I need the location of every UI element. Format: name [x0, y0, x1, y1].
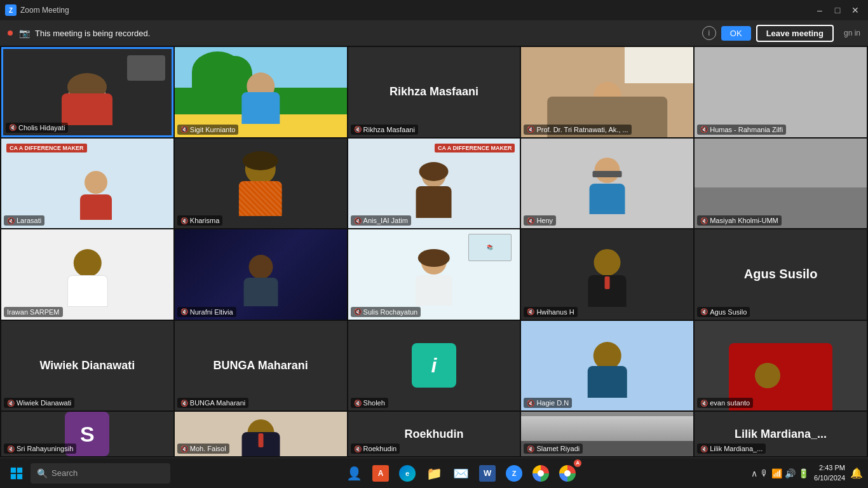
- tile-name-8: 🔇 Anis_IAI Jatim: [351, 215, 411, 226]
- video-tile-21[interactable]: S 🔇 Sri Rahayuningsih: [1, 412, 173, 456]
- maximize-button[interactable]: □: [830, 3, 845, 18]
- signin-text: gn in: [844, 29, 860, 37]
- taskbar-app-explorer[interactable]: 📁: [421, 461, 447, 486]
- video-tile-23[interactable]: Roekhudin 🔇 Roekhudin: [348, 412, 520, 456]
- tile-name-1: 🔇 Cholis Hidayati: [6, 123, 68, 133]
- start-button[interactable]: [5, 462, 28, 485]
- video-tile-10[interactable]: 🔇 Masiyah Kholmi-UMM: [695, 139, 867, 229]
- tile-name-21: 🔇 Sri Rahayuningsih: [4, 444, 76, 454]
- tile-name-14: 🔇 Hwihanus H: [524, 307, 577, 317]
- app-icon: Z: [5, 4, 17, 16]
- video-tile-22[interactable]: 🔇 Moh. Faisol: [175, 412, 347, 456]
- recording-banner: 📷 This meeting is being recorded. i OK L…: [0, 20, 868, 46]
- video-tile-18[interactable]: i 🔇 Sholeh: [348, 321, 520, 411]
- video-tile-7[interactable]: 🔇 Kharisma: [175, 139, 347, 229]
- svg-rect-2: [11, 473, 16, 478]
- tile-name-19: 🔇 Hagie D.N: [524, 398, 572, 408]
- tile-name-12: 🔇 Nurafni Eltivia: [177, 307, 236, 317]
- tile-name-20: 🔇 evan sutanto: [697, 398, 753, 408]
- video-tile-19[interactable]: 🔇 Hagie D.N: [521, 321, 693, 411]
- tile-name-23: 🔇 Roekhudin: [351, 444, 400, 454]
- tile-name-16: 🔇 Wiwiek Dianawati: [4, 398, 74, 408]
- sys-icons: ∧ 🎙 📶 🔊 🔋: [751, 468, 809, 478]
- video-tile-17[interactable]: BUNGA Maharani 🔇 BUNGA Maharani: [175, 321, 347, 411]
- chevron-up-icon[interactable]: ∧: [751, 468, 757, 478]
- tile-name-15: 🔇 Agus Susilo: [697, 307, 750, 317]
- tile-name-25: 🔇 Lilik Mardiana_...: [697, 444, 766, 454]
- video-tile-2[interactable]: 🔇 Sigit Kurnianto: [175, 47, 347, 137]
- video-tile-16[interactable]: Wiwiek Dianawati 🔇 Wiwiek Dianawati: [1, 321, 173, 411]
- video-tile-6[interactable]: CA A DIFFERENCE MAKER 🔇 Larasati: [1, 139, 173, 229]
- clock[interactable]: 2:43 PM 6/10/2024: [814, 463, 845, 483]
- tile-name-11: Irawan SARPEM: [4, 307, 63, 317]
- video-tile-15[interactable]: Agus Susilo 🔇 Agus Susilo: [695, 229, 867, 320]
- title-bar: Z Zoom Meeting – □ ✕: [0, 0, 868, 20]
- video-tile-3[interactable]: Rikhza Masfaani 🔇 Rikhza Masfaani: [348, 47, 520, 137]
- tile-name-9: 🔇 Heny: [524, 215, 556, 226]
- svg-rect-3: [17, 473, 22, 478]
- video-grid: 🔇 Cholis Hidayati 🔇 Sigit Kurnianto Rikh…: [0, 46, 868, 458]
- tile-name-17: 🔇 BUNGA Maharani: [177, 398, 248, 408]
- taskbar-app-people[interactable]: 👤: [341, 461, 367, 486]
- tile-name-2: 🔇 Sigit Kurnianto: [177, 125, 239, 135]
- window-title: Zoom Meeting: [20, 6, 812, 15]
- video-tile-13[interactable]: 📚 🔇 Sulis Rochayatun: [348, 229, 520, 320]
- taskbar-app-word[interactable]: W: [475, 461, 500, 486]
- battery-icon[interactable]: 🔋: [798, 468, 809, 478]
- tile-name-18: 🔇 Sholeh: [351, 398, 388, 408]
- tile-name-10: 🔇 Masiyah Kholmi-UMM: [697, 215, 782, 226]
- ok-button[interactable]: OK: [721, 26, 751, 41]
- taskbar-apps: 👤 A e 📁 ✉️ W Z: [173, 461, 749, 486]
- svg-rect-0: [11, 467, 16, 472]
- video-tile-1[interactable]: 🔇 Cholis Hidayati: [1, 47, 173, 137]
- taskbar-app-chrome2[interactable]: A: [555, 461, 580, 486]
- camera-icon: 📷: [19, 28, 30, 38]
- system-tray: ∧ 🎙 📶 🔊 🔋 2:43 PM 6/10/2024 🔔: [751, 463, 863, 483]
- video-tile-5[interactable]: 🔇 Humas - Rahmania Zilfi: [695, 47, 867, 137]
- taskbar-app-browser[interactable]: [528, 461, 553, 486]
- taskbar-app-zoom[interactable]: Z: [501, 461, 527, 486]
- recording-dot: [8, 30, 13, 36]
- video-tile-8[interactable]: CA A DIFFERENCE MAKER 🔇 Anis_IAI Jatim: [348, 139, 520, 229]
- search-bar[interactable]: 🔍 Search: [31, 463, 170, 484]
- video-tile-11[interactable]: Irawan SARPEM: [1, 229, 173, 320]
- video-tile-24[interactable]: 🔇 Slamet Riyadi: [521, 412, 693, 456]
- video-tile-9[interactable]: 🔇 Heny: [521, 139, 693, 229]
- tile-name-13: 🔇 Sulis Rochayatun: [351, 307, 421, 317]
- minimize-button[interactable]: –: [812, 3, 827, 18]
- wifi-icon[interactable]: 📶: [771, 468, 782, 478]
- taskbar-app-edge[interactable]: e: [395, 461, 420, 486]
- video-tile-20[interactable]: 🔇 evan sutanto: [695, 321, 867, 411]
- taskbar-app-mail[interactable]: ✉️: [448, 461, 473, 486]
- info-button[interactable]: i: [702, 26, 716, 40]
- video-tile-12[interactable]: 🔇 Nurafni Eltivia: [175, 229, 347, 320]
- notification-bell[interactable]: 🔔: [850, 467, 863, 479]
- video-tile-4[interactable]: 🔇 Prof. Dr. Tri Ratnawati, Ak., ...: [521, 47, 693, 137]
- search-placeholder: Search: [51, 468, 78, 478]
- tile-name-22: 🔇 Moh. Faisol: [177, 444, 229, 454]
- video-tile-14[interactable]: 🔇 Hwihanus H: [521, 229, 693, 320]
- tile-name-4: 🔇 Prof. Dr. Tri Ratnawati, Ak., ...: [524, 125, 631, 135]
- search-icon: 🔍: [37, 468, 48, 478]
- tile-name-6: 🔇 Larasati: [4, 215, 44, 226]
- recording-text: This meeting is being recorded.: [35, 29, 697, 38]
- tile-name-7: 🔇 Kharisma: [177, 215, 222, 226]
- svg-rect-1: [17, 467, 22, 472]
- tile-name-5: 🔇 Humas - Rahmania Zilfi: [697, 125, 786, 135]
- taskbar: 🔍 Search 👤 A e 📁 ✉️ W Z: [0, 458, 868, 488]
- video-tile-25[interactable]: Lilik Mardiana_... 🔇 Lilik Mardiana_...: [695, 412, 867, 456]
- window-controls: – □ ✕: [812, 3, 863, 18]
- tile-name-3: 🔇 Rikhza Masfaani: [351, 125, 418, 135]
- leave-meeting-button[interactable]: Leave meeting: [756, 25, 834, 42]
- close-button[interactable]: ✕: [848, 3, 863, 18]
- tile-name-24: 🔇 Slamet Riyadi: [524, 444, 583, 454]
- taskbar-app-acrobat[interactable]: A: [368, 461, 393, 486]
- microphone-sys-icon[interactable]: 🎙: [760, 468, 769, 478]
- volume-icon[interactable]: 🔊: [785, 468, 796, 478]
